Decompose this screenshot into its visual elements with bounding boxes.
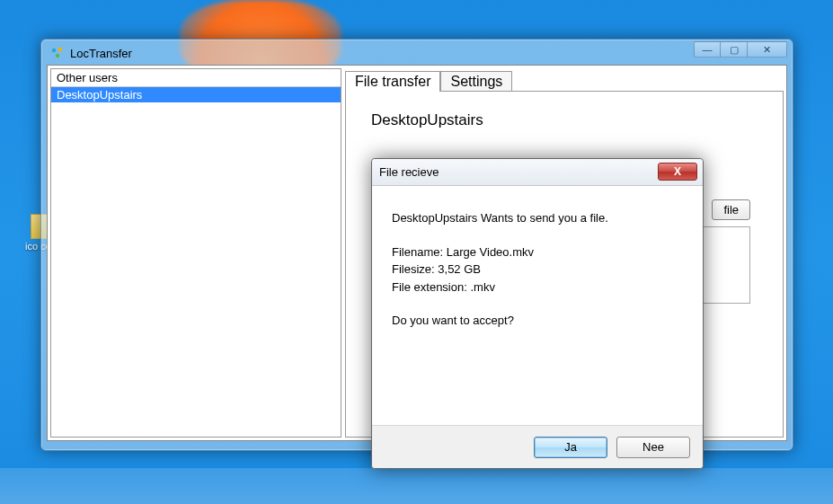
svg-point-0 — [52, 49, 56, 52]
file-receive-dialog: File recieve X DesktopUpstairs Wants to … — [371, 158, 704, 469]
app-icon — [50, 46, 65, 60]
users-header: Other users — [51, 69, 341, 87]
dialog-message: DesktopUpstairs Wants to send you a file… — [392, 209, 683, 227]
titlebar[interactable]: LocTransfer — [47, 45, 787, 65]
user-item-desktopupstairs[interactable]: DesktopUpstairs — [51, 87, 341, 102]
close-button[interactable]: ✕ — [748, 41, 787, 57]
dialog-accept-question: Do you want to accept? — [392, 312, 683, 330]
users-panel: Other users DesktopUpstairs — [50, 68, 341, 438]
dialog-no-button[interactable]: Nee — [616, 437, 690, 458]
tab-settings[interactable]: Settings — [440, 71, 512, 92]
dialog-filesize: Filesize: 3,52 GB — [392, 261, 683, 279]
dialog-close-button[interactable]: X — [658, 163, 697, 181]
tab-file-transfer[interactable]: File transfer — [345, 71, 440, 92]
dialog-extension: File extension: .mkv — [392, 279, 683, 296]
close-icon: X — [674, 165, 681, 178]
send-file-button[interactable]: file — [712, 199, 750, 220]
window-title: LocTransfer — [70, 47, 132, 60]
svg-point-2 — [56, 54, 59, 57]
dialog-title: File recieve — [379, 165, 439, 179]
tab-label: File transfer — [355, 74, 430, 89]
dialog-yes-button[interactable]: Ja — [534, 437, 607, 458]
peer-name: DesktopUpstairs — [371, 111, 758, 129]
svg-point-1 — [58, 48, 62, 51]
minimize-button[interactable]: — — [694, 41, 721, 57]
user-item-label: DesktopUpstairs — [57, 88, 142, 102]
wallpaper-gradient — [0, 468, 833, 504]
tab-label: Settings — [450, 74, 502, 89]
window-controls: — ▢ ✕ — [694, 41, 787, 57]
dialog-filename: Filename: Large Video.mkv — [392, 243, 683, 261]
dialog-buttons: Ja Nee — [372, 425, 703, 468]
user-list[interactable]: DesktopUpstairs — [51, 87, 341, 437]
tabs: File transfer Settings — [345, 68, 784, 92]
dialog-body: DesktopUpstairs Wants to send you a file… — [372, 186, 703, 425]
dialog-titlebar[interactable]: File recieve X — [372, 159, 703, 186]
maximize-button[interactable]: ▢ — [721, 41, 748, 57]
